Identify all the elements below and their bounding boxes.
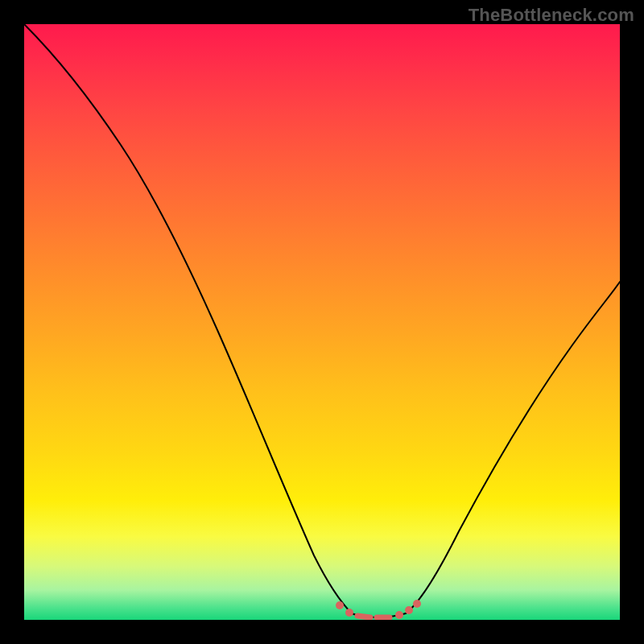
bottleneck-curve-left xyxy=(24,24,352,613)
svg-point-0 xyxy=(336,601,344,609)
plot-area xyxy=(24,24,620,620)
valley-marker-cluster xyxy=(336,600,421,619)
bottleneck-curve-right xyxy=(406,282,620,613)
svg-point-1 xyxy=(345,609,353,617)
curve-layer xyxy=(24,24,620,620)
watermark-text: TheBottleneck.com xyxy=(469,5,634,26)
chart-stage: TheBottleneck.com xyxy=(0,0,644,644)
svg-point-2 xyxy=(395,611,403,619)
svg-point-3 xyxy=(405,606,413,614)
svg-point-4 xyxy=(413,600,421,608)
